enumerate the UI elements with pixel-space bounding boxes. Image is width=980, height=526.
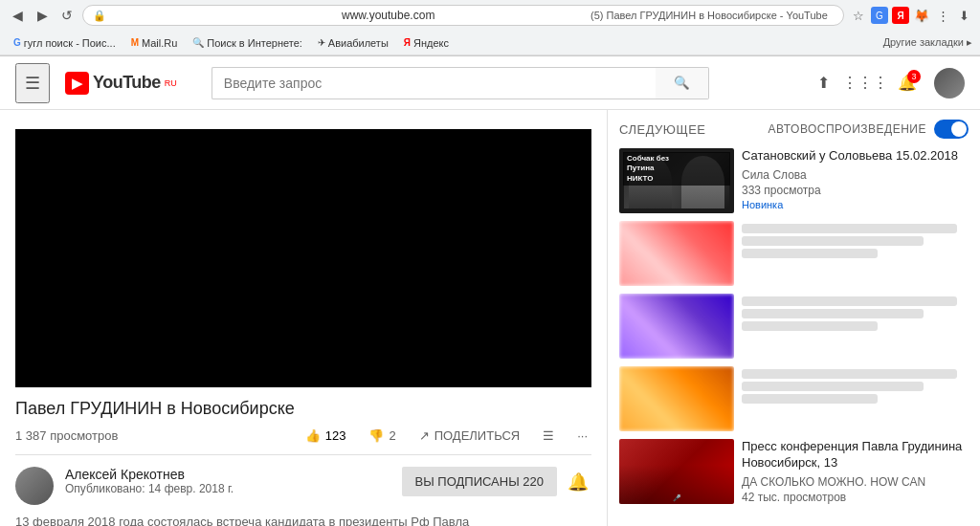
sidebar-channel: Сила Слова bbox=[742, 168, 969, 182]
blurred-title-line1 bbox=[742, 296, 957, 306]
bookmark-mail[interactable]: M Mail.Ru bbox=[125, 35, 184, 51]
sidebar-header: Следующее АВТОВОСПРОИЗВЕДЕНИЕ bbox=[619, 120, 969, 139]
refresh-button[interactable]: ↺ bbox=[57, 6, 77, 25]
autoplay-toggle[interactable] bbox=[934, 120, 969, 139]
like-button[interactable]: 👍 123 bbox=[301, 425, 350, 447]
header-actions: ⬆ ⋮⋮⋮ 🔔 3 bbox=[808, 68, 965, 99]
blurred-title-line2 bbox=[742, 382, 924, 391]
sidebar: Следующее АВТОВОСПРОИЗВЕДЕНИЕ bbox=[607, 110, 980, 526]
sidebar-thumbnail bbox=[619, 366, 734, 431]
bookmark-icon[interactable]: ☆ bbox=[850, 7, 867, 24]
yandex-icon[interactable]: Я bbox=[892, 7, 909, 24]
thumbs-down-icon: 👎 bbox=[368, 428, 384, 443]
subscription-bell[interactable]: 🔔 bbox=[565, 469, 591, 495]
thumbnail-image bbox=[619, 366, 734, 431]
sidebar-title: Следующее bbox=[619, 122, 706, 137]
sidebar-info bbox=[742, 294, 969, 359]
browser-toolbar: ◀ ▶ ↺ 🔒 www.youtube.com (5) Павел ГРУДИН… bbox=[0, 0, 980, 31]
bookmark-google[interactable]: G гугл поиск - Поис... bbox=[8, 35, 122, 51]
video-meta: 1 387 просмотров 👍 123 👎 2 ↗ ПОДЕЛИТЬСЯ … bbox=[15, 425, 591, 455]
bookmark-search-label: Поиск в Интернете: bbox=[207, 37, 301, 49]
sidebar-video-title: Сатановский у Соловьева 15.02.2018 bbox=[742, 148, 969, 164]
share-label: ПОДЕЛИТЬСЯ bbox=[434, 428, 520, 443]
address-bar[interactable]: 🔒 www.youtube.com (5) Павел ГРУДИНИН в Н… bbox=[82, 5, 844, 26]
upload-button[interactable]: ⬆ bbox=[808, 68, 838, 99]
youtube-logo-ru: RU bbox=[165, 78, 177, 88]
view-count: 1 387 просмотров bbox=[15, 428, 301, 443]
blurred-meta bbox=[742, 321, 878, 331]
sidebar-channel: ДА СКОЛЬКО МОЖНО. HOW CAN bbox=[742, 475, 969, 489]
video-description: 13 февраля 2018 года состоялась встреча … bbox=[15, 515, 591, 526]
apps-button[interactable]: ⋮⋮⋮ bbox=[850, 68, 880, 99]
notification-badge: 3 bbox=[907, 70, 921, 83]
thumbs-up-icon: 👍 bbox=[305, 428, 321, 443]
thumbnail-image bbox=[619, 294, 734, 359]
channel-avatar[interactable] bbox=[15, 467, 54, 505]
youtube-logo-icon: ▶ bbox=[65, 72, 89, 95]
share-button[interactable]: ↗ ПОДЕЛИТЬСЯ bbox=[415, 425, 523, 447]
blurred-title-line2 bbox=[742, 309, 924, 318]
video-player[interactable] bbox=[15, 129, 591, 387]
add-to-playlist-button[interactable]: ☰ bbox=[539, 425, 558, 447]
channel-details: Алексей Крекотнев Опубликовано: 14 февр.… bbox=[65, 467, 390, 495]
bookmark-mail-label: Mail.Ru bbox=[142, 37, 177, 49]
blurred-title-line2 bbox=[742, 236, 924, 246]
publish-date: Опубликовано: 14 февр. 2018 г. bbox=[65, 482, 390, 495]
blurred-meta bbox=[742, 394, 878, 404]
like-count: 123 bbox=[325, 428, 346, 443]
back-button[interactable]: ◀ bbox=[8, 6, 27, 25]
search-input[interactable] bbox=[212, 67, 656, 99]
blurred-title-line1 bbox=[742, 369, 957, 379]
sidebar-thumbnail bbox=[619, 221, 734, 286]
user-avatar[interactable] bbox=[934, 68, 965, 99]
video-section: Павел ГРУДИНИН в Новосибирске 1 387 прос… bbox=[0, 110, 607, 526]
autoplay-area: АВТОВОСПРОИЗВЕДЕНИЕ bbox=[768, 120, 969, 139]
other-bookmarks[interactable]: Другие закладки ▸ bbox=[883, 36, 972, 49]
sidebar-item[interactable] bbox=[619, 221, 969, 286]
translate-icon[interactable]: G bbox=[871, 7, 888, 24]
bookmark-google-label: гугл поиск - Поис... bbox=[24, 37, 116, 49]
sidebar-badge: Новинка bbox=[742, 199, 969, 210]
notifications-button[interactable]: 🔔 3 bbox=[892, 68, 923, 99]
subscribe-area: ВЫ ПОДПИСАНЫ 220 🔔 bbox=[402, 467, 591, 496]
sidebar-info: Сатановский у Соловьева 15.02.2018 Сила … bbox=[742, 148, 969, 213]
main-content: Павел ГРУДИНИН в Новосибирске 1 387 прос… bbox=[0, 110, 980, 526]
search-button[interactable]: 🔍 bbox=[656, 67, 709, 99]
sidebar-info bbox=[742, 366, 969, 431]
sidebar-item[interactable] bbox=[619, 294, 969, 359]
more-icon: ··· bbox=[577, 428, 588, 443]
youtube-logo[interactable]: ▶ YouTubeRU bbox=[65, 72, 177, 95]
menu-icon[interactable]: ⋮ bbox=[934, 7, 951, 24]
download-icon[interactable]: ⬇ bbox=[955, 7, 972, 24]
subscribe-button[interactable]: ВЫ ПОДПИСАНЫ 220 bbox=[402, 467, 557, 496]
sidebar-item[interactable]: 🎤 Пресс конференция Павла Грудинина Ново… bbox=[619, 439, 969, 506]
sidebar-thumbnail: Собчак безПутинаНИКТО bbox=[619, 148, 734, 213]
dislike-count: 2 bbox=[389, 428, 395, 443]
video-title: Павел ГРУДИНИН в Новосибирске bbox=[15, 399, 591, 419]
sidebar-views: 333 просмотра bbox=[742, 184, 969, 197]
url-display: www.youtube.com bbox=[342, 9, 585, 22]
bookmark-yandex[interactable]: Я Яндекс bbox=[398, 35, 455, 51]
sidebar-info: Пресс конференция Павла Грудинина Новоси… bbox=[742, 439, 969, 506]
extension-icon[interactable]: 🦊 bbox=[913, 7, 930, 24]
hamburger-menu[interactable]: ☰ bbox=[15, 63, 50, 103]
bookmark-flights[interactable]: ✈ Авиабилеты bbox=[312, 35, 394, 51]
dislike-button[interactable]: 👎 2 bbox=[365, 425, 399, 447]
sidebar-item[interactable]: Собчак безПутинаНИКТО Сатановский у Соло… bbox=[619, 148, 969, 213]
page-title-browser: (5) Павел ГРУДИНИН в Новосибирске - YouT… bbox=[590, 10, 834, 21]
more-button[interactable]: ··· bbox=[573, 425, 591, 447]
blurred-meta bbox=[742, 249, 878, 258]
channel-name[interactable]: Алексей Крекотнев bbox=[65, 467, 390, 482]
forward-button[interactable]: ▶ bbox=[33, 6, 52, 25]
bookmarks-bar: G гугл поиск - Поис... M Mail.Ru 🔍 Поиск… bbox=[0, 31, 980, 55]
browser-actions: ☆ G Я 🦊 ⋮ ⬇ bbox=[850, 7, 972, 24]
sidebar-thumbnail bbox=[619, 294, 734, 359]
youtube-header: ☰ ▶ YouTubeRU 🔍 ⬆ ⋮⋮⋮ 🔔 3 bbox=[0, 56, 980, 110]
bookmark-flights-label: Авиабилеты bbox=[328, 37, 389, 49]
sidebar-video-title: Пресс конференция Павла Грудинина Новоси… bbox=[742, 439, 969, 471]
sidebar-item[interactable] bbox=[619, 366, 969, 431]
bookmark-search[interactable]: 🔍 Поиск в Интернете: bbox=[187, 35, 307, 51]
sidebar-thumbnail: 🎤 bbox=[619, 439, 734, 504]
youtube-logo-text: YouTube bbox=[93, 73, 161, 93]
toggle-slider bbox=[934, 120, 969, 139]
